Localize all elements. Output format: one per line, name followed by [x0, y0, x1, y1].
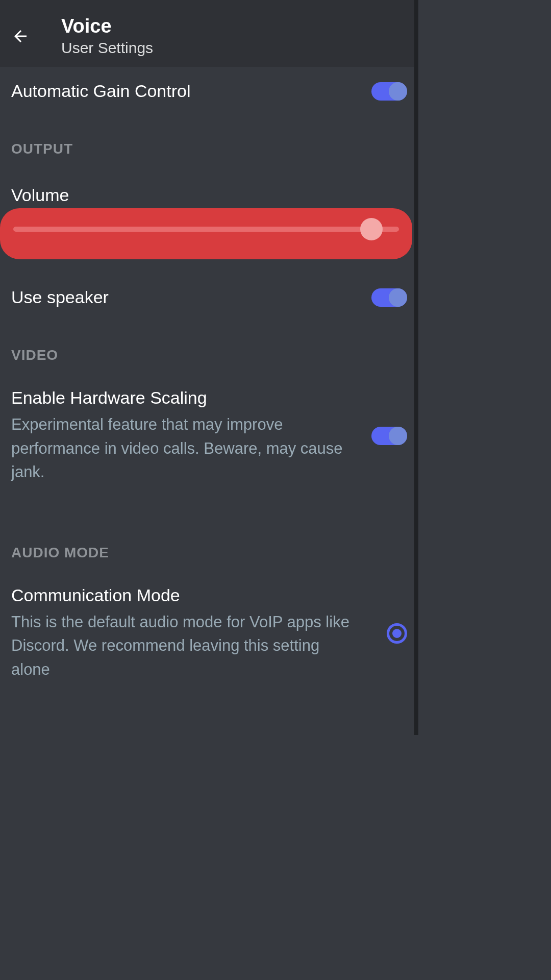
use-speaker-label: Use speaker — [11, 287, 109, 307]
page-subtitle: User Settings — [61, 39, 153, 57]
header: Voice User Settings — [0, 0, 418, 67]
communication-mode-radio[interactable] — [387, 623, 407, 644]
automatic-gain-control-label: Automatic Gain Control — [11, 81, 191, 101]
volume-slider-track[interactable] — [13, 227, 399, 232]
toggle-thumb — [389, 82, 407, 101]
arrow-left-icon — [11, 27, 30, 45]
gap — [0, 499, 418, 519]
volume-label: Volume — [11, 185, 407, 205]
hardware-scaling-label: Enable Hardware Scaling — [11, 388, 356, 408]
content: Automatic Gain Control OUTPUT Volume Use… — [0, 67, 418, 696]
hardware-scaling-description: Experimental feature that may improve pe… — [11, 413, 356, 484]
video-section-header: VIDEO — [0, 322, 418, 374]
hardware-scaling-text: Enable Hardware Scaling Experimental fea… — [11, 388, 371, 484]
use-speaker-row[interactable]: Use speaker — [0, 259, 418, 322]
communication-mode-text: Communication Mode This is the default a… — [11, 585, 387, 682]
back-button[interactable] — [10, 26, 31, 46]
use-speaker-toggle[interactable] — [371, 288, 407, 307]
radio-inner — [392, 629, 402, 638]
automatic-gain-control-toggle[interactable] — [371, 82, 407, 101]
audio-mode-section-header: AUDIO MODE — [0, 519, 418, 571]
communication-mode-row[interactable]: Communication Mode This is the default a… — [0, 571, 418, 696]
hardware-scaling-row[interactable]: Enable Hardware Scaling Experimental fea… — [0, 374, 418, 499]
communication-mode-label: Communication Mode — [11, 585, 371, 605]
toggle-thumb — [389, 427, 407, 445]
hardware-scaling-toggle[interactable] — [371, 427, 407, 445]
toggle-thumb — [389, 288, 407, 307]
page-title: Voice — [61, 15, 153, 37]
output-section-header: OUTPUT — [0, 115, 418, 167]
volume-slider-thumb[interactable] — [360, 218, 383, 240]
volume-section: Volume — [0, 167, 418, 259]
header-text: Voice User Settings — [61, 15, 153, 57]
automatic-gain-control-row[interactable]: Automatic Gain Control — [0, 67, 418, 115]
volume-slider-container — [0, 208, 412, 259]
communication-mode-description: This is the default audio mode for VoIP … — [11, 610, 371, 682]
right-edge-bar — [414, 0, 418, 735]
